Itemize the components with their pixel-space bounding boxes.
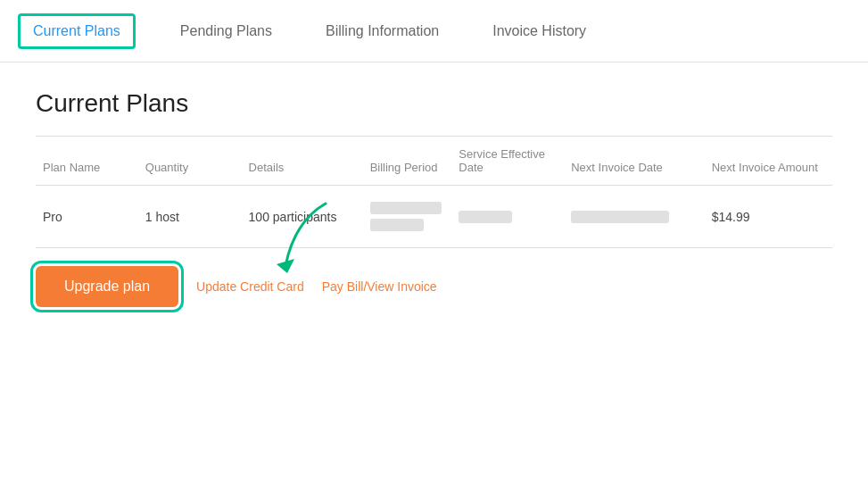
actions-area: Upgrade plan Update Credit Card Pay Bill… [36, 266, 832, 307]
cell-service-date [451, 186, 564, 248]
tab-current-plans[interactable]: Current Plans [18, 13, 136, 49]
table-row: Pro 1 host 100 participants [36, 186, 832, 248]
col-header-next-invoice-date: Next Invoice Date [564, 137, 704, 186]
redacted-block [370, 202, 442, 214]
table-header-row: Plan Name Quantity Details Billing Perio… [36, 137, 832, 186]
cell-details: 100 participants [242, 186, 363, 248]
cell-next-invoice-date [564, 186, 704, 248]
cell-quantity: 1 host [138, 186, 242, 248]
cell-next-invoice-amount: $14.99 [705, 186, 832, 248]
col-header-quantity: Quantity [138, 137, 242, 186]
upgrade-plan-button[interactable]: Upgrade plan [36, 266, 178, 307]
tab-billing-information[interactable]: Billing Information [317, 0, 448, 62]
tab-billing-information-label: Billing Information [326, 23, 439, 39]
col-header-billing-period: Billing Period [363, 137, 452, 186]
next-invoice-date-redacted [571, 211, 697, 223]
col-header-details: Details [242, 137, 363, 186]
update-credit-card-link[interactable]: Update Credit Card [196, 279, 304, 294]
redacted-block [370, 219, 424, 231]
pay-bill-view-invoice-link[interactable]: Pay Bill/View Invoice [322, 279, 437, 294]
redacted-block [459, 211, 512, 223]
tab-invoice-history-label: Invoice History [492, 23, 586, 39]
redacted-block [571, 211, 669, 223]
main-content: Current Plans Plan Name Quantity Details… [0, 62, 868, 334]
col-header-next-invoice-amount: Next Invoice Amount [705, 137, 832, 186]
billing-period-redacted [370, 202, 445, 231]
tab-pending-plans-label: Pending Plans [180, 23, 272, 39]
cell-plan-name: Pro [36, 186, 138, 248]
service-date-redacted [459, 211, 557, 223]
tab-current-plans-label: Current Plans [33, 23, 120, 39]
tab-pending-plans[interactable]: Pending Plans [171, 0, 281, 62]
nav-tabs: Current Plans Pending Plans Billing Info… [0, 0, 868, 62]
tab-invoice-history[interactable]: Invoice History [484, 0, 595, 62]
col-header-service-date: Service Effective Date [451, 137, 564, 186]
col-header-plan-name: Plan Name [36, 137, 138, 186]
page-title: Current Plans [36, 89, 832, 118]
svg-marker-0 [277, 259, 294, 273]
plans-table: Plan Name Quantity Details Billing Perio… [36, 136, 832, 248]
cell-billing-period [363, 186, 452, 248]
